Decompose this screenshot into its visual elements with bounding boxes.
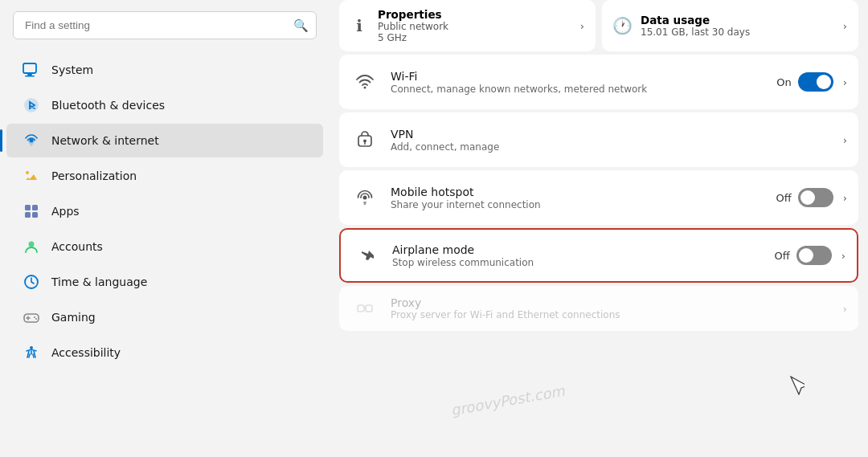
wifi-icon bbox=[350, 67, 379, 96]
svg-rect-2 bbox=[25, 75, 35, 77]
airplane-icon bbox=[352, 241, 381, 270]
sidebar-item-system[interactable]: System bbox=[6, 53, 323, 87]
svg-point-3 bbox=[24, 98, 39, 112]
hotspot-control: Off › bbox=[776, 188, 847, 207]
apps-icon bbox=[23, 202, 40, 220]
wifi-toggle[interactable] bbox=[798, 72, 833, 92]
wifi-text: Wi-Fi Connect, manage known networks, me… bbox=[391, 70, 765, 95]
svg-point-20 bbox=[363, 196, 367, 200]
sidebar: 🔍 System Bluetooth & devices bbox=[0, 0, 330, 457]
main-content: ℹ️ Properties Public network 5 GHz › 🕐 D… bbox=[330, 0, 868, 457]
proxy-subtitle: Proxy server for Wi-Fi and Ethernet conn… bbox=[391, 309, 832, 320]
properties-title: Properties bbox=[378, 8, 571, 21]
proxy-title: Proxy bbox=[391, 296, 832, 309]
hotspot-chevron: › bbox=[843, 192, 847, 204]
svg-rect-8 bbox=[32, 205, 38, 210]
properties-icon: ℹ️ bbox=[350, 17, 368, 35]
sidebar-label-apps: Apps bbox=[51, 205, 80, 218]
airplane-subtitle: Stop wireless communication bbox=[392, 257, 764, 268]
proxy-text: Proxy Proxy server for Wi-Fi and Etherne… bbox=[391, 296, 832, 320]
hotspot-icon bbox=[350, 183, 379, 212]
svg-rect-7 bbox=[25, 205, 31, 210]
wifi-subtitle: Connect, manage known networks, metered … bbox=[391, 84, 765, 95]
properties-card[interactable]: ℹ️ Properties Public network 5 GHz › bbox=[339, 0, 596, 51]
system-icon bbox=[23, 61, 40, 79]
svg-rect-10 bbox=[32, 212, 38, 218]
airplane-card[interactable]: Airplane mode Stop wireless communicatio… bbox=[339, 228, 858, 283]
vpn-control: › bbox=[840, 134, 847, 146]
accounts-icon bbox=[23, 238, 40, 255]
network-icon bbox=[23, 132, 40, 149]
properties-info: Properties Public network 5 GHz bbox=[378, 8, 571, 43]
airplane-chevron: › bbox=[841, 250, 845, 262]
proxy-card[interactable]: Proxy Proxy server for Wi-Fi and Etherne… bbox=[339, 286, 858, 331]
sidebar-item-accounts[interactable]: Accounts bbox=[6, 230, 323, 263]
data-usage-sub: 15.01 GB, last 30 days bbox=[641, 27, 833, 38]
vpn-icon bbox=[350, 125, 379, 154]
hotspot-card[interactable]: Mobile hotspot Share your internet conne… bbox=[339, 170, 858, 225]
svg-rect-0 bbox=[23, 63, 36, 73]
airplane-control: Off › bbox=[775, 246, 845, 265]
time-icon bbox=[23, 273, 40, 291]
sidebar-label-network: Network & internet bbox=[51, 134, 159, 147]
svg-rect-9 bbox=[25, 212, 31, 218]
sidebar-item-bluetooth[interactable]: Bluetooth & devices bbox=[6, 88, 323, 122]
properties-sub2: 5 GHz bbox=[378, 32, 571, 43]
bluetooth-icon bbox=[23, 96, 40, 114]
data-usage-info: Data usage 15.01 GB, last 30 days bbox=[641, 14, 833, 38]
svg-rect-21 bbox=[358, 305, 364, 312]
svg-rect-22 bbox=[366, 305, 372, 312]
proxy-icon bbox=[350, 294, 379, 323]
properties-sub1: Public network bbox=[378, 21, 571, 32]
search-box[interactable]: 🔍 bbox=[13, 11, 317, 39]
gaming-icon bbox=[23, 308, 40, 326]
svg-point-4 bbox=[30, 139, 34, 143]
svg-point-6 bbox=[26, 171, 29, 174]
search-icon: 🔍 bbox=[293, 18, 309, 33]
airplane-title: Airplane mode bbox=[392, 243, 764, 256]
sidebar-item-network[interactable]: Network & internet bbox=[6, 124, 323, 157]
svg-point-15 bbox=[35, 318, 37, 320]
sidebar-label-accounts: Accounts bbox=[51, 240, 103, 253]
airplane-toggle[interactable] bbox=[796, 246, 832, 265]
data-usage-title: Data usage bbox=[641, 14, 833, 27]
personalization-icon bbox=[23, 167, 40, 185]
properties-chevron: › bbox=[580, 20, 584, 32]
sidebar-label-gaming: Gaming bbox=[51, 311, 96, 324]
airplane-text: Airplane mode Stop wireless communicatio… bbox=[392, 243, 764, 268]
sidebar-label-system: System bbox=[51, 63, 93, 76]
settings-list: Wi-Fi Connect, manage known networks, me… bbox=[339, 55, 858, 283]
sidebar-label-bluetooth: Bluetooth & devices bbox=[51, 99, 165, 112]
vpn-chevron: › bbox=[843, 134, 847, 146]
wifi-control: On › bbox=[776, 72, 847, 92]
data-usage-card[interactable]: 🕐 Data usage 15.01 GB, last 30 days › bbox=[602, 0, 858, 51]
data-usage-icon: 🕐 bbox=[613, 17, 631, 35]
airplane-toggle-label: Off bbox=[775, 250, 790, 262]
sidebar-label-time: Time & language bbox=[51, 275, 147, 288]
vpn-title: VPN bbox=[391, 128, 829, 141]
sidebar-item-personalization[interactable]: Personalization bbox=[6, 159, 323, 193]
hotspot-title: Mobile hotspot bbox=[391, 186, 765, 198]
vpn-subtitle: Add, connect, manage bbox=[391, 141, 829, 153]
svg-point-14 bbox=[34, 316, 35, 318]
vpn-text: VPN Add, connect, manage bbox=[391, 128, 829, 153]
sidebar-label-accessibility: Accessibility bbox=[51, 346, 121, 359]
wifi-card[interactable]: Wi-Fi Connect, manage known networks, me… bbox=[339, 55, 858, 109]
wifi-title: Wi-Fi bbox=[391, 70, 765, 83]
sidebar-item-gaming[interactable]: Gaming bbox=[6, 300, 323, 334]
data-usage-chevron: › bbox=[843, 20, 847, 32]
proxy-chevron: › bbox=[843, 303, 847, 315]
wifi-toggle-label: On bbox=[776, 76, 791, 88]
top-row: ℹ️ Properties Public network 5 GHz › 🕐 D… bbox=[339, 0, 858, 51]
hotspot-toggle-label: Off bbox=[776, 192, 792, 204]
sidebar-item-time[interactable]: Time & language bbox=[6, 265, 323, 299]
svg-point-11 bbox=[29, 242, 35, 247]
svg-point-17 bbox=[364, 87, 366, 89]
sidebar-item-accessibility[interactable]: Accessibility bbox=[6, 336, 323, 369]
sidebar-label-personalization: Personalization bbox=[51, 169, 137, 182]
sidebar-item-apps[interactable]: Apps bbox=[6, 194, 323, 228]
hotspot-toggle[interactable] bbox=[798, 188, 833, 207]
accessibility-icon bbox=[23, 344, 40, 361]
vpn-card[interactable]: VPN Add, connect, manage › bbox=[339, 112, 858, 167]
search-input[interactable] bbox=[13, 11, 317, 39]
